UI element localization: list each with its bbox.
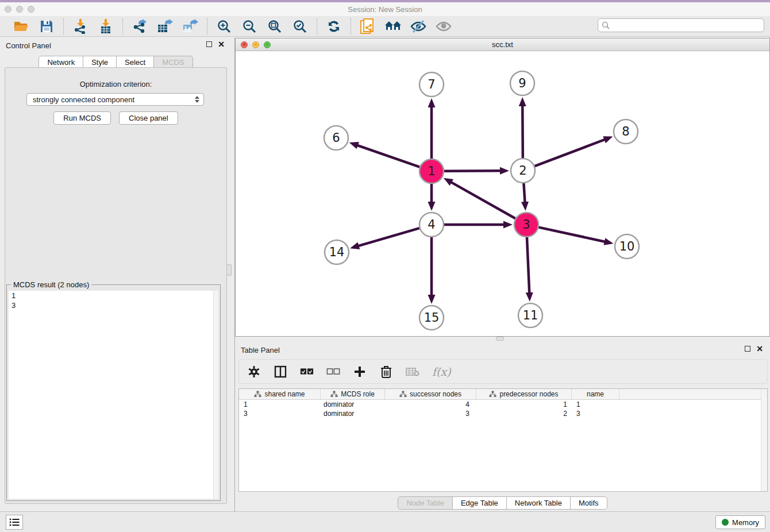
export-image-button[interactable] (182, 18, 199, 35)
memory-button[interactable]: Memory (715, 515, 765, 529)
graph-node-label: 10 (619, 240, 635, 253)
table-cell: 3 (385, 409, 476, 418)
application-window: Session: New Session (0, 0, 770, 532)
table-cell: dominator (321, 409, 385, 418)
delete-table-button[interactable] (406, 365, 419, 379)
window-title: Session: New Session (0, 5, 770, 14)
zoom-out-icon (242, 20, 256, 33)
delete-table-icon (406, 367, 419, 376)
result-scrollbar[interactable] (213, 291, 218, 499)
import-table-button[interactable] (97, 18, 114, 35)
graph-node-label: 8 (622, 125, 629, 138)
table-header-row: shared nameMCDS rolesuccessor nodesprede… (239, 389, 767, 400)
delete-column-button[interactable] (379, 365, 393, 379)
open-folder-icon (14, 20, 29, 33)
import-network-button[interactable] (72, 18, 89, 35)
tab-node-table[interactable]: Node Table (398, 496, 453, 510)
search-field-wrap (598, 18, 764, 32)
columns-icon (274, 365, 287, 378)
graph-edge[interactable] (523, 183, 525, 203)
hide-graphics-details-button[interactable] (410, 18, 427, 35)
node-table: shared nameMCDS rolesuccessor nodesprede… (238, 388, 768, 492)
column-header-predecessor-nodes[interactable]: predecessor nodes (476, 389, 572, 399)
attribute-tree-icon (254, 391, 261, 398)
refresh-view-button[interactable] (325, 18, 342, 35)
main-toolbar (0, 16, 770, 37)
new-network-from-selection-button[interactable] (359, 18, 376, 35)
graph-node-label: 7 (428, 78, 435, 91)
zoom-out-button[interactable] (241, 18, 258, 35)
graph-edge[interactable] (357, 145, 419, 167)
edge-arrowhead (500, 167, 509, 175)
graph-edge[interactable] (538, 228, 605, 242)
float-panel-icon[interactable] (206, 41, 212, 47)
show-column-button[interactable] (274, 365, 287, 379)
create-column-button[interactable] (353, 365, 367, 379)
home-button[interactable] (384, 18, 402, 35)
save-icon (40, 20, 53, 33)
export-table-button[interactable] (156, 18, 174, 35)
zoom-selected-icon (293, 20, 307, 33)
tab-network-table[interactable]: Network Table (507, 496, 571, 510)
column-header-shared-name[interactable]: shared name (239, 389, 321, 399)
edge-arrowhead (521, 202, 529, 211)
mcds-panel-body: Optimization criterion: strongly connect… (5, 67, 227, 504)
table-scrollbar[interactable] (761, 389, 767, 491)
vertical-divider-grip[interactable] (226, 264, 232, 276)
network-canvas[interactable]: 7968124314101511 (236, 51, 769, 336)
attribute-tree-icon (399, 391, 407, 398)
graph-edge[interactable] (522, 105, 523, 158)
graph-edge[interactable] (451, 182, 515, 219)
column-header-MCDS-role[interactable]: MCDS role (321, 389, 385, 399)
tab-edge-table[interactable]: Edge Table (453, 496, 507, 510)
graph-node-label: 15 (424, 311, 440, 325)
table-cell: 1 (476, 400, 572, 409)
open-session-button[interactable] (13, 18, 30, 35)
edge-arrowhead (526, 292, 533, 302)
criterion-value: strongly connected component (33, 95, 134, 104)
column-header-label: MCDS role (341, 390, 375, 398)
task-history-button[interactable] (6, 515, 23, 530)
graph-edge[interactable] (444, 171, 501, 171)
save-session-button[interactable] (38, 18, 55, 35)
close-panel-button[interactable]: Close panel (119, 111, 178, 125)
graph-edge[interactable] (527, 237, 529, 294)
main-titlebar: Session: New Session (0, 2, 770, 16)
graph-edge[interactable] (357, 228, 419, 246)
close-panel-icon[interactable]: ✕ (218, 41, 225, 47)
table-row[interactable]: 3dominator323 (239, 409, 767, 418)
horizontal-divider-grip[interactable] (496, 337, 504, 341)
table-body: 1dominator4113dominator323 (239, 400, 767, 418)
zoom-fit-button[interactable] (266, 18, 283, 35)
function-builder-button[interactable]: f(x) (432, 365, 451, 379)
show-graphics-details-button[interactable] (435, 18, 452, 35)
mcds-result-line: 1 (9, 291, 213, 300)
graph-node-label: 9 (518, 76, 526, 90)
column-header-label: successor nodes (410, 390, 461, 398)
criterion-select[interactable]: strongly connected component (26, 93, 204, 106)
eye-icon (436, 21, 452, 32)
table-cell: 3 (572, 409, 619, 418)
table-settings-button[interactable] (247, 365, 261, 379)
close-table-panel-icon[interactable]: ✕ (756, 346, 763, 352)
search-input[interactable] (598, 18, 764, 32)
mcds-result-area[interactable]: 1 3 (9, 291, 213, 499)
graph-node-label: 3 (522, 218, 530, 232)
graph-edge[interactable] (535, 139, 606, 166)
export-network-button[interactable] (131, 18, 148, 35)
column-header-successor-nodes[interactable]: successor nodes (385, 389, 476, 399)
float-table-panel-icon[interactable] (745, 346, 750, 352)
edge-arrowhead (603, 136, 613, 143)
tab-motifs[interactable]: Motifs (571, 496, 607, 510)
select-all-columns-button[interactable] (300, 365, 314, 379)
zoom-selected-button[interactable] (291, 18, 309, 35)
unselect-all-columns-button[interactable] (326, 365, 340, 379)
zoom-in-button[interactable] (215, 18, 233, 35)
table-row[interactable]: 1dominator411 (239, 400, 767, 409)
column-header-label: shared name (264, 390, 305, 398)
table-panel-title: Table Panel (241, 346, 280, 354)
column-header-name[interactable]: name (572, 389, 619, 399)
edge-arrowhead (519, 97, 526, 106)
run-mcds-button[interactable]: Run MCDS (53, 111, 111, 125)
column-header-label: predecessor nodes (499, 390, 558, 398)
